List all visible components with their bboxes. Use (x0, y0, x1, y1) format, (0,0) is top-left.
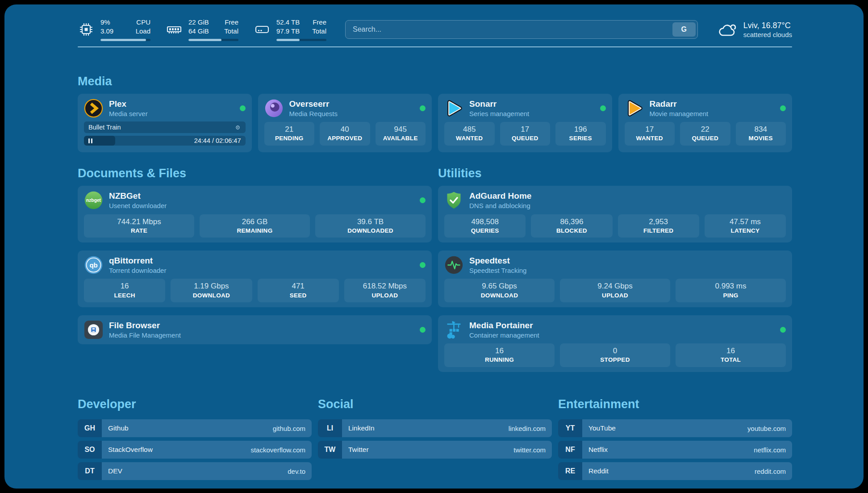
link-abbr: LI (318, 419, 342, 437)
dashboard-page: 9% 3.09 CPU Load (4, 4, 864, 489)
stat-value: 196 (557, 125, 604, 134)
weather-condition: scattered clouds (743, 31, 792, 38)
now-playing-title: Bullet Train (88, 124, 121, 131)
speedtest-icon (444, 255, 463, 275)
media-grid: Plex Media server Bullet Train 24:44 / 0… (78, 94, 792, 152)
stat-box: 744.21 Mbps RATE (84, 214, 194, 238)
search-engine-button[interactable]: G (672, 22, 696, 37)
section-title-developer: Developer (78, 397, 312, 411)
link-abbr: SO (78, 441, 102, 459)
stat-value: 0.993 ms (677, 281, 784, 291)
app-title: AdGuard Home (469, 191, 531, 201)
stat-box: 266 GB REMAINING (200, 214, 310, 238)
gear-icon[interactable] (234, 124, 241, 131)
link-linkedin[interactable]: LI LinkedIn linkedin.com (318, 419, 552, 437)
stat-box: 0 STOPPED (560, 343, 670, 367)
memory-stat: 22 GiB 64 GiB Free Total (166, 18, 238, 41)
status-dot (420, 105, 426, 111)
pause-icon (88, 138, 92, 143)
app-title: File Browser (109, 320, 181, 331)
disk-icon (254, 21, 271, 38)
memory-free: 22 GiB (188, 18, 209, 27)
app-subtitle: Media File Management (109, 331, 181, 340)
app-card-adguard[interactable]: AdGuard Home DNS and adblocking 498,508 … (438, 186, 792, 242)
memory-progress-fill (188, 39, 221, 41)
status-dot (420, 197, 426, 203)
app-card-overseerr[interactable]: Overseerr Media Requests 21 PENDING 40 A… (258, 94, 432, 152)
now-playing-time: 24:44 / 02:06:47 (194, 137, 246, 144)
radarr-icon (625, 99, 644, 118)
sonarr-icon (444, 99, 463, 118)
search-bar: G (345, 20, 698, 39)
system-stats: 9% 3.09 CPU Load (78, 18, 326, 41)
stat-box: 1.19 Gbps DOWNLOAD (171, 279, 252, 302)
link-reddit[interactable]: RE Reddit reddit.com (558, 462, 792, 480)
stat-value: 16 (86, 281, 163, 291)
now-playing-progress: 24:44 / 02:06:47 (84, 136, 246, 146)
app-card-qbittorrent[interactable]: qb qBittorrent Torrent downloader 16 LEE… (78, 251, 432, 307)
app-title: Media Portainer (469, 320, 539, 331)
stat-box: 2,953 FILTERED (618, 214, 699, 238)
link-name: Github (108, 424, 129, 432)
stat-box: 471 SEED (258, 279, 339, 302)
stat-value: 618.52 Mbps (346, 281, 424, 291)
app-card-portainer[interactable]: Media Portainer Container management 16 … (438, 315, 792, 372)
stat-value: 40 (321, 125, 368, 134)
cpu-usage: 9% (100, 18, 113, 27)
app-subtitle: Torrent downloader (109, 266, 166, 275)
now-playing-title-bar: Bullet Train (84, 121, 246, 133)
app-card-sonarr[interactable]: Sonarr Series management 485 WANTED 17 Q… (438, 94, 612, 152)
app-card-filebrowser[interactable]: File Browser Media File Management (78, 315, 432, 344)
stat-box: 39.6 TB DOWNLOADED (315, 214, 426, 238)
stat-label: PENDING (266, 134, 313, 142)
search-input[interactable] (345, 20, 698, 39)
stat-label: TOTAL (677, 356, 784, 364)
stat-label: APPROVED (321, 134, 368, 142)
link-github[interactable]: GH Github github.com (78, 419, 312, 437)
section-title-entertainment: Entertainment (558, 397, 792, 411)
link-netflix[interactable]: NF Netflix netflix.com (558, 441, 792, 459)
link-url: github.com (273, 425, 305, 432)
stat-value: 86,396 (533, 217, 610, 227)
link-dev[interactable]: DT DEV dev.to (78, 462, 312, 480)
status-dot (780, 105, 786, 111)
app-card-speedtest[interactable]: Speedtest Speedtest Tracking 9.65 Gbps D… (438, 251, 792, 307)
stat-box: 498,508 QUERIES (444, 214, 526, 238)
stat-box: 22 QUEUED (680, 122, 730, 146)
filebrowser-icon (84, 320, 103, 339)
stat-label: WANTED (626, 134, 673, 142)
status-dot (240, 105, 246, 111)
stat-box: 834 MOVIES (736, 122, 786, 146)
stat-value: 17 (502, 125, 549, 134)
app-card-radarr[interactable]: Radarr Movie management 17 WANTED 22 QUE… (618, 94, 793, 152)
link-url: dev.to (288, 468, 305, 475)
status-dot (420, 262, 426, 268)
stat-box: 17 WANTED (625, 122, 675, 146)
svg-text:nzbget: nzbget (86, 198, 101, 203)
stat-value: 471 (259, 281, 337, 291)
disk-label-2: Total (312, 27, 326, 36)
disk-progress-fill (276, 39, 300, 41)
link-abbr: DT (78, 462, 102, 480)
stat-label: DOWNLOAD (172, 292, 250, 300)
link-youtube[interactable]: YT YouTube youtube.com (558, 419, 792, 437)
stat-box: 196 SERIES (555, 122, 606, 146)
adguard-icon (444, 191, 463, 210)
app-subtitle: Usenet downloader (109, 201, 167, 210)
stat-box: 17 QUEUED (500, 122, 551, 146)
stat-value: 266 GB (201, 217, 308, 227)
app-card-nzbget[interactable]: nzbget NZBGet Usenet downloader 744.21 M… (78, 186, 432, 242)
app-subtitle: Speedtest Tracking (469, 266, 526, 275)
portainer-icon (444, 320, 463, 339)
svg-text:qb: qb (89, 261, 97, 269)
app-card-plex[interactable]: Plex Media server Bullet Train 24:44 / 0… (78, 94, 252, 152)
stat-box: 16 LEECH (84, 279, 165, 302)
weather-widget: Lviv, 16.87°C scattered clouds (717, 21, 792, 38)
link-twitter[interactable]: TW Twitter twitter.com (318, 441, 552, 459)
stat-label: UPLOAD (346, 292, 424, 300)
app-title: Sonarr (469, 99, 529, 109)
stat-box: 21 PENDING (264, 122, 315, 146)
link-stackoverflow[interactable]: SO StackOverflow stackoverflow.com (78, 441, 312, 459)
cloud-icon (717, 21, 737, 38)
stat-box: 47.57 ms LATENCY (705, 214, 786, 238)
